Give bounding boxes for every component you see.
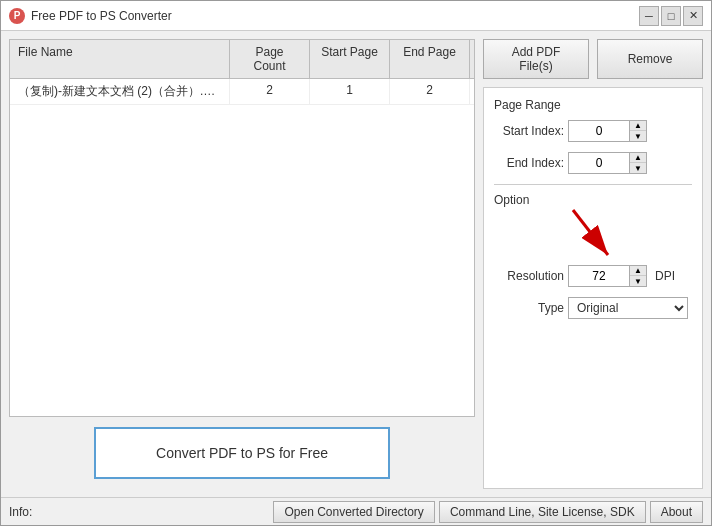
page-range-label: Page Range [494,98,692,112]
main-window: P Free PDF to PS Converter ─ □ ✕ File Na… [0,0,712,526]
start-index-up[interactable]: ▲ [630,121,646,131]
start-index-input[interactable] [569,122,629,140]
cell-startpage: 1 [310,79,390,104]
type-row: Type Original Grayscale Black & White [494,297,692,319]
convert-button[interactable]: Convert PDF to PS for Free [94,427,390,479]
left-panel: File Name Page Count Start Page End Page… [9,39,475,489]
start-index-down[interactable]: ▼ [630,131,646,141]
cell-endpage: 2 [390,79,470,104]
col-header-startpage: Start Page [310,40,390,78]
col-header-filename: File Name [10,40,230,78]
end-index-buttons: ▲ ▼ [629,153,646,173]
col-header-pagecount: Page Count [230,40,310,78]
maximize-button[interactable]: □ [661,6,681,26]
close-button[interactable]: ✕ [683,6,703,26]
end-index-down[interactable]: ▼ [630,163,646,173]
add-files-button[interactable]: Add PDF File(s) [483,39,589,79]
type-select[interactable]: Original Grayscale Black & White [568,297,688,319]
title-bar-left: P Free PDF to PS Converter [9,8,172,24]
settings-panel: Page Range Start Index: ▲ ▼ End Index: [483,87,703,489]
end-index-label: End Index: [494,156,564,170]
command-line-button[interactable]: Command Line, Site License, SDK [439,501,646,523]
top-buttons: Add PDF File(s) Remove [483,39,703,79]
svg-line-1 [573,210,608,255]
start-index-row: Start Index: ▲ ▼ [494,120,692,142]
start-index-spinner: ▲ ▼ [568,120,647,142]
status-info-label: Info: [9,505,32,519]
dpi-label: DPI [655,269,675,283]
app-icon: P [9,8,25,24]
right-panel: Add PDF File(s) Remove Page Range Start … [483,39,703,489]
remove-button[interactable]: Remove [597,39,703,79]
minimize-button[interactable]: ─ [639,6,659,26]
about-button[interactable]: About [650,501,703,523]
table-header: File Name Page Count Start Page End Page [10,40,474,79]
start-index-buttons: ▲ ▼ [629,121,646,141]
end-index-input[interactable] [569,154,629,172]
window-title: Free PDF to PS Converter [31,9,172,23]
main-content: File Name Page Count Start Page End Page… [1,31,711,497]
divider-1 [494,184,692,185]
status-bar: Info: Open Converted Directory Command L… [1,497,711,525]
type-label: Type [494,301,564,315]
open-directory-button[interactable]: Open Converted Directory [273,501,434,523]
arrow-container [494,215,692,265]
col-header-endpage: End Page [390,40,470,78]
table-body: （复制)-新建文本文档 (2)（合并）.pdf-... 2 1 2 [10,79,474,416]
convert-section: Convert PDF to PS for Free [9,417,475,489]
status-right-buttons: Open Converted Directory Command Line, S… [273,501,703,523]
window-controls: ─ □ ✕ [639,6,703,26]
file-table: File Name Page Count Start Page End Page… [9,39,475,417]
start-index-label: Start Index: [494,124,564,138]
end-index-row: End Index: ▲ ▼ [494,152,692,174]
end-index-up[interactable]: ▲ [630,153,646,163]
end-index-spinner: ▲ ▼ [568,152,647,174]
title-bar: P Free PDF to PS Converter ─ □ ✕ [1,1,711,31]
cell-pagecount: 2 [230,79,310,104]
table-row[interactable]: （复制)-新建文本文档 (2)（合并）.pdf-... 2 1 2 [10,79,474,105]
arrow-icon [553,200,633,280]
cell-filename: （复制)-新建文本文档 (2)（合并）.pdf-... [10,79,230,104]
